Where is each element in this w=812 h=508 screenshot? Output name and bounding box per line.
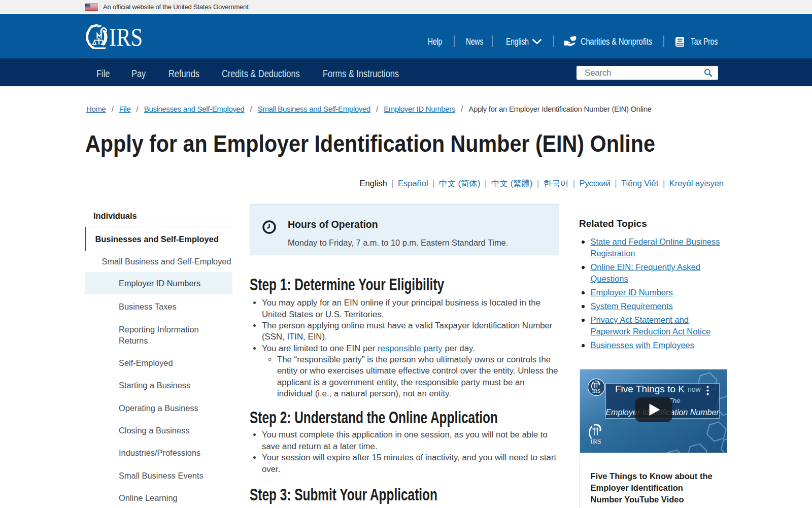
- svg-text:IRS: IRS: [590, 437, 601, 445]
- svg-text:now: now: [688, 385, 701, 393]
- svg-text:Five Things to K: Five Things to K: [615, 384, 685, 394]
- svg-text:IRS: IRS: [592, 388, 600, 394]
